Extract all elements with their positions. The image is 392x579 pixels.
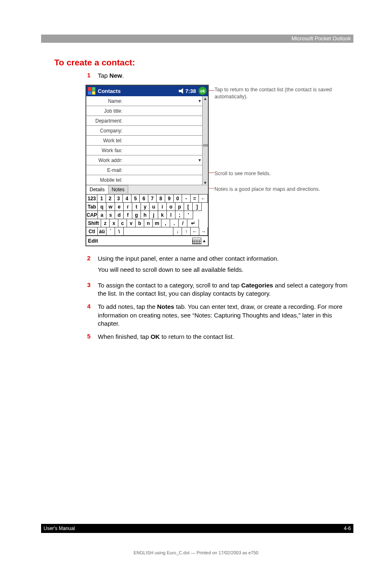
key-b[interactable]: b — [136, 219, 144, 227]
key-u[interactable]: u — [150, 203, 158, 211]
key-f[interactable]: f — [124, 211, 132, 219]
key-a[interactable]: a — [98, 211, 106, 219]
key-3[interactable]: 3 — [115, 195, 123, 203]
header-section: Microsoft Pocket Outlook — [292, 35, 351, 42]
key-v[interactable]: v — [127, 219, 136, 227]
field-company[interactable]: Company: — [86, 126, 208, 136]
app-title: Contacts — [98, 88, 179, 94]
key-m[interactable]: m — [153, 219, 161, 227]
key-comma[interactable]: , — [161, 219, 170, 227]
chevron-down-icon[interactable]: ▼ — [197, 99, 202, 103]
scroll-down-icon[interactable]: ▼ — [203, 181, 208, 185]
field-email[interactable]: E-mail: — [86, 165, 208, 175]
key-d[interactable]: d — [115, 211, 124, 219]
key-rbr[interactable]: ] — [193, 203, 202, 211]
key-i[interactable]: i — [158, 203, 167, 211]
key-period[interactable]: . — [170, 219, 179, 227]
step-4-number: 4 — [87, 303, 98, 328]
key-slash[interactable]: / — [179, 219, 187, 227]
field-workfax[interactable]: Work fax: — [86, 146, 208, 155]
key-enter[interactable]: ↵ — [187, 219, 199, 227]
key-x[interactable]: x — [110, 219, 118, 227]
scroll-grip-icon[interactable] — [203, 144, 208, 148]
key-123[interactable]: 123 — [86, 195, 97, 203]
key-z[interactable]: z — [101, 219, 110, 227]
step-3-bold: Categories — [241, 282, 273, 289]
field-jobtitle[interactable]: Job title: — [86, 106, 208, 116]
print-stamp: ENGLISH using Euro_C.dot — Printed on 17… — [0, 550, 392, 555]
key-l[interactable]: l — [167, 211, 175, 219]
key-w[interactable]: w — [106, 203, 115, 211]
key-lbr[interactable]: [ — [184, 203, 193, 211]
key-backspace[interactable]: ← — [199, 195, 208, 203]
label-email: E-mail: — [86, 167, 124, 173]
tab-details[interactable]: Details — [86, 185, 108, 194]
key-k[interactable]: k — [158, 211, 167, 219]
key-s[interactable]: s — [106, 211, 115, 219]
key-7[interactable]: 7 — [148, 195, 157, 203]
key-q[interactable]: q — [98, 203, 106, 211]
label-workfax: Work fax: — [86, 148, 124, 153]
ok-button[interactable]: ok — [198, 87, 207, 95]
key-cap[interactable]: CAP — [86, 211, 98, 219]
key-grave[interactable]: ` — [106, 227, 115, 236]
start-icon[interactable] — [87, 86, 96, 95]
key-j[interactable]: j — [150, 211, 158, 219]
field-workaddr[interactable]: Work addr:▼ — [86, 155, 208, 165]
key-accent[interactable]: áü — [98, 227, 106, 236]
key-t[interactable]: t — [132, 203, 141, 211]
key-y[interactable]: y — [141, 203, 150, 211]
key-5[interactable]: 5 — [131, 195, 140, 203]
key-apos[interactable]: ' — [184, 211, 193, 219]
key-9[interactable]: 9 — [165, 195, 174, 203]
tab-notes[interactable]: Notes — [108, 185, 128, 194]
callout-notes: Notes is a good place for maps and direc… — [214, 186, 362, 192]
field-name[interactable]: Name:▼ — [86, 96, 208, 106]
edit-menu[interactable]: Edit — [88, 238, 98, 244]
scrollbar[interactable]: ▲ ▼ — [202, 96, 208, 185]
key-ctl[interactable]: Ctl — [86, 227, 98, 236]
step-2-number: 2 — [87, 255, 98, 276]
field-worktel[interactable]: Work tel: — [86, 136, 208, 146]
key-0[interactable]: 0 — [174, 195, 182, 203]
step-2-line1: Using the input panel, enter a name and … — [98, 255, 279, 263]
chevron-down-icon[interactable]: ▼ — [197, 158, 202, 162]
speaker-icon[interactable] — [179, 88, 184, 94]
key-space[interactable] — [124, 227, 173, 236]
key-1[interactable]: 1 — [97, 195, 106, 203]
step-4-bold: Notes — [157, 303, 174, 310]
key-n[interactable]: n — [144, 219, 153, 227]
scroll-up-icon[interactable]: ▲ — [203, 96, 208, 101]
key-left[interactable]: ← — [191, 227, 199, 236]
key-8[interactable]: 8 — [157, 195, 165, 203]
key-g[interactable]: g — [132, 211, 141, 219]
field-department[interactable]: Department: — [86, 116, 208, 126]
soft-keyboard[interactable]: 123 1 2 3 4 5 6 7 8 9 0 - = ← — [86, 194, 208, 236]
field-mobiletel[interactable]: Mobile tel: — [86, 175, 208, 185]
key-shift[interactable]: Shift — [86, 219, 101, 227]
key-2[interactable]: 2 — [106, 195, 115, 203]
key-dash[interactable]: - — [182, 195, 191, 203]
step-1-post: . — [122, 72, 124, 79]
key-down[interactable]: ↓ — [173, 227, 182, 236]
device-screenshot: Contacts 7:38 ok ▲ ▼ Name:▼ Job title: D… — [85, 85, 209, 246]
key-right[interactable]: → — [199, 227, 208, 236]
key-o[interactable]: o — [167, 203, 175, 211]
key-eq[interactable]: = — [191, 195, 199, 203]
sip-arrow-icon[interactable]: ▲ — [202, 239, 206, 243]
tab-bar: Details Notes — [86, 185, 208, 194]
key-semi[interactable]: ; — [175, 211, 184, 219]
key-6[interactable]: 6 — [140, 195, 148, 203]
sip-icon[interactable] — [192, 238, 201, 244]
step-1-bold: New — [109, 72, 122, 79]
key-p[interactable]: p — [175, 203, 184, 211]
key-e[interactable]: e — [115, 203, 124, 211]
key-h[interactable]: h — [141, 211, 150, 219]
key-c[interactable]: c — [118, 219, 127, 227]
key-up[interactable]: ↑ — [182, 227, 191, 236]
key-r[interactable]: r — [124, 203, 132, 211]
key-backslash[interactable]: \ — [115, 227, 124, 236]
key-4[interactable]: 4 — [123, 195, 131, 203]
key-tab[interactable]: Tab — [86, 203, 98, 211]
label-workaddr: Work addr: — [86, 157, 124, 163]
